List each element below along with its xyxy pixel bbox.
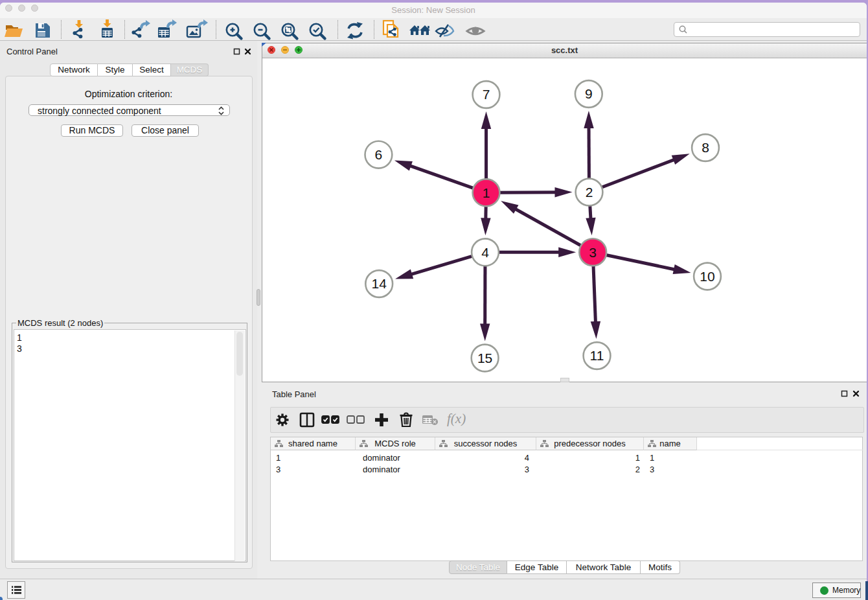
svg-text:10: 10 bbox=[700, 269, 714, 284]
svg-text:9: 9 bbox=[585, 86, 593, 101]
svg-text:15: 15 bbox=[477, 351, 492, 365]
svg-text:3: 3 bbox=[589, 245, 597, 260]
svg-text:4: 4 bbox=[481, 245, 489, 260]
svg-text:14: 14 bbox=[372, 276, 387, 291]
svg-text:1: 1 bbox=[483, 185, 490, 200]
svg-text:7: 7 bbox=[483, 87, 490, 102]
svg-text:11: 11 bbox=[590, 348, 604, 363]
svg-text:8: 8 bbox=[702, 140, 709, 155]
svg-text:6: 6 bbox=[375, 147, 383, 162]
svg-text:2: 2 bbox=[586, 185, 593, 200]
